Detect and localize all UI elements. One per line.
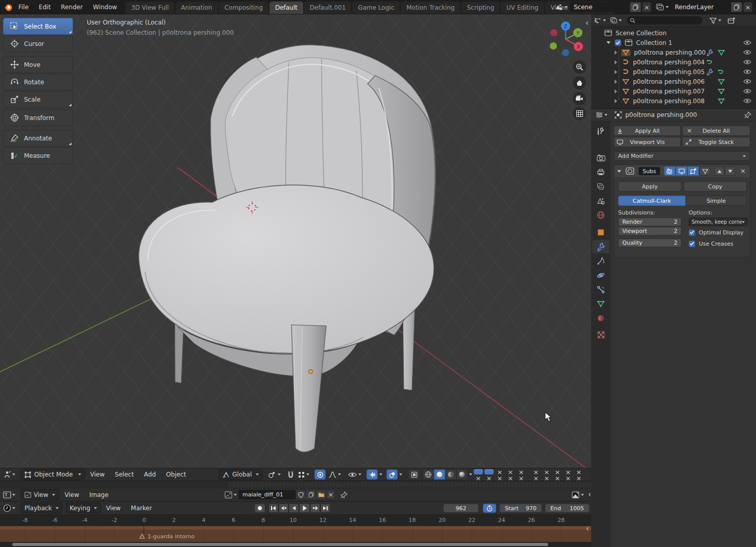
visibility-eye-icon[interactable] [348, 472, 357, 478]
menu-edit[interactable]: Edit [34, 0, 56, 14]
missing-icon[interactable] [574, 475, 583, 481]
tab-view-layer[interactable] [592, 180, 609, 193]
missing-icon[interactable] [506, 469, 515, 474]
tool-move[interactable]: Move [3, 56, 73, 73]
jump-to-start-button[interactable] [269, 504, 278, 513]
outliner-row-collection-1[interactable]: Collection 1 [591, 38, 756, 47]
expand-collection-arrow[interactable] [606, 41, 611, 44]
pin-icon[interactable] [340, 491, 348, 498]
missing-icon[interactable] [495, 469, 504, 474]
tab-tool[interactable] [592, 125, 609, 138]
tab-constraints[interactable] [592, 283, 609, 296]
workspace-tab-animation[interactable]: Animation [176, 2, 218, 14]
uv-smooth-dropdown[interactable]: Smooth, keep corners [689, 218, 748, 226]
outliner-row-object[interactable]: p0oltrona pershing.007 [591, 86, 756, 96]
image-mode-dropdown[interactable]: View [20, 489, 59, 500]
eye-icon[interactable] [743, 40, 751, 45]
shading-rendered-button[interactable] [456, 469, 468, 480]
eye-icon[interactable] [743, 50, 751, 55]
overlays-toggle-button[interactable] [386, 469, 398, 480]
catmull-clark-button[interactable]: Catmull-Clark [618, 196, 686, 206]
eye-icon[interactable] [743, 98, 751, 104]
modifier-cage-toggle[interactable] [699, 167, 711, 176]
expand-object-arrow[interactable] [615, 80, 617, 84]
timeline-menu-marker[interactable]: Marker [126, 502, 157, 514]
display-channels-icon[interactable] [572, 491, 579, 498]
shading-caret[interactable] [469, 473, 472, 475]
shading-solid-button[interactable] [434, 469, 445, 480]
tab-modifiers[interactable] [592, 240, 609, 253]
playback-dropdown[interactable]: Playback [20, 503, 63, 513]
filter-funnel-caret[interactable] [718, 19, 721, 21]
workspace-tab-game-logic[interactable]: Game Logic [352, 2, 400, 14]
gizmos-toggle-button[interactable] [367, 469, 378, 480]
outliner-row-object[interactable]: p0oltrona pershing.008 [591, 96, 756, 106]
missing-icon[interactable] [517, 469, 526, 474]
missing-icon[interactable] [495, 475, 504, 481]
render-layer-icon[interactable] [655, 3, 665, 11]
tool-rotate[interactable]: Rotate [3, 74, 73, 90]
fake-user-shield-button[interactable] [296, 490, 306, 500]
quality-field[interactable]: Quality 2 [618, 239, 681, 247]
apply-all-button[interactable]: Apply All [614, 126, 681, 136]
mesh-data-icon[interactable] [718, 88, 725, 94]
pivot-caret[interactable] [278, 473, 281, 475]
missing-icon[interactable] [564, 469, 573, 474]
use-creases-checkbox[interactable]: Use Creases [689, 240, 734, 247]
toggle-pill-icon[interactable] [484, 469, 494, 474]
blender-logo-icon[interactable] [3, 2, 13, 12]
snap-caret[interactable] [306, 473, 309, 475]
tab-world[interactable] [592, 208, 609, 222]
tool-transform[interactable]: Transform [3, 109, 73, 126]
frame-start-field[interactable]: Start970 [499, 504, 542, 513]
move-modifier-down-button[interactable] [725, 167, 735, 176]
menu-render[interactable]: Render [56, 0, 88, 14]
tool-cursor[interactable]: Cursor [3, 35, 73, 52]
new-collection-icon[interactable] [727, 17, 736, 25]
falloff-icon[interactable] [329, 471, 336, 478]
workspace-tab-default-001[interactable]: Default.001 [304, 2, 352, 14]
open-image-folder-button[interactable] [316, 490, 326, 500]
tab-render[interactable] [592, 151, 609, 164]
timeline-scrollbar-thumb[interactable] [12, 543, 548, 546]
delete-all-button[interactable]: Delete All [682, 126, 750, 136]
add-modifier-dropdown[interactable]: Add Modifier [614, 151, 750, 161]
expand-object-arrow[interactable] [615, 60, 617, 64]
properties-editor-type-icon[interactable] [595, 111, 603, 118]
curve-data-icon[interactable] [718, 69, 725, 75]
tab-material[interactable] [592, 312, 609, 325]
image-unlink-button[interactable] [326, 490, 335, 500]
snap-magnet-icon[interactable] [287, 471, 295, 479]
xray-toggle-button[interactable] [408, 469, 420, 480]
tab-particles[interactable] [592, 254, 609, 268]
properties-editor-type-caret[interactable] [604, 114, 607, 116]
image-name-field[interactable]: maiale_diff_01 [238, 490, 296, 500]
missing-icon[interactable] [506, 475, 515, 481]
modifier-copy-button[interactable]: Copy [684, 181, 747, 192]
collection-checkbox[interactable] [615, 39, 621, 46]
mesh-data-icon[interactable] [718, 79, 725, 85]
use-preview-range-button[interactable] [483, 504, 496, 513]
image-copy-button[interactable] [306, 490, 316, 500]
tool-measure[interactable]: Measure [3, 147, 73, 164]
scene-name-field[interactable]: Scene [570, 2, 630, 12]
tool-annotate[interactable]: Annotate [3, 130, 73, 147]
gizmos-caret[interactable] [379, 473, 382, 475]
render-layer-new-copy-button[interactable] [731, 2, 742, 12]
workspace-tab-3d-view-full[interactable]: 3D View Full [126, 2, 175, 14]
render-subdivisions-field[interactable]: Render 2 [618, 218, 681, 226]
expand-object-arrow[interactable] [615, 99, 617, 103]
modifier-wrench-icon[interactable] [706, 49, 714, 56]
modifier-apply-button[interactable]: Apply [618, 181, 681, 192]
workspace-tab-scripting[interactable]: Scripting [461, 2, 500, 14]
prev-frame-button[interactable] [289, 504, 299, 513]
viewport-menu-add[interactable]: Add [139, 468, 161, 481]
outliner-row-scene-collection[interactable]: Scene Collection [591, 28, 756, 38]
play-button[interactable] [299, 504, 310, 513]
tab-texture[interactable] [592, 328, 609, 341]
timeline-menu-view[interactable]: View [101, 502, 126, 514]
modifier-realtime-toggle[interactable] [676, 167, 687, 176]
shading-wireframe-button[interactable] [423, 469, 434, 480]
modifier-name-field[interactable]: Subs [639, 167, 660, 175]
optimal-display-checkbox[interactable]: Optimal Display [689, 229, 744, 236]
